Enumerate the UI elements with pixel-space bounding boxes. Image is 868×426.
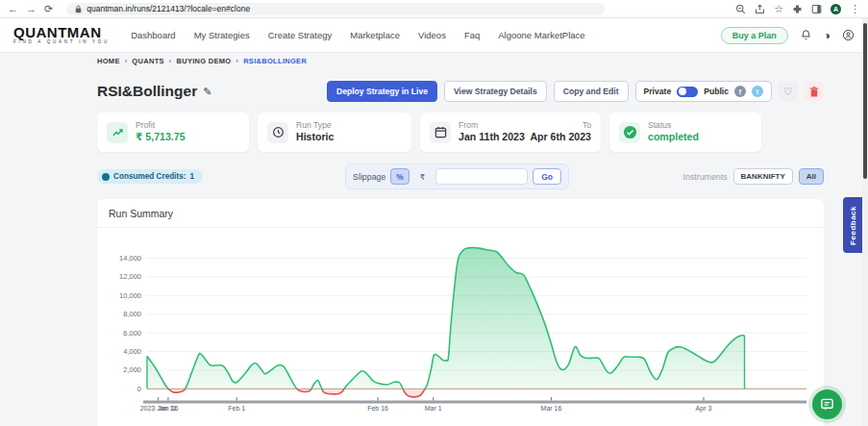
svg-text:12,000: 12,000: [119, 272, 141, 281]
check-circle-icon: [619, 122, 640, 143]
breadcrumb-separator: ›: [125, 58, 128, 64]
profit-card: Profit ₹ 5,713.75: [97, 113, 249, 152]
profit-label: Profit: [136, 120, 186, 131]
trending-up-icon: [107, 122, 128, 143]
scrollbar-track[interactable]: [862, 18, 868, 426]
view-strategy-details-button[interactable]: View Strategy Details: [444, 81, 547, 102]
visibility-group: Private Public f t: [635, 81, 772, 102]
address-bar[interactable]: quantman.in/runs/2121413/?locale=en#clon…: [66, 3, 605, 15]
from-label: From: [459, 120, 525, 131]
slippage-label: Slippage: [353, 172, 385, 182]
url-text: quantman.in/runs/2121413/?locale=en#clon…: [87, 4, 250, 13]
chat-widget-button[interactable]: [812, 389, 842, 419]
nav-item-videos[interactable]: Videos: [418, 30, 446, 40]
status-value: completed: [648, 131, 699, 144]
twitter-share-icon[interactable]: t: [752, 86, 763, 97]
browser-toolbar: ← → ⟳ quantman.in/runs/2121413/?locale=e…: [0, 0, 868, 18]
quantman-logo[interactable]: QUANTMAN FIND A QUANT IN YOU: [13, 25, 110, 45]
period-card: From Jan 11th 2023 To Apr 6th 2023: [420, 113, 601, 152]
facebook-share-icon[interactable]: f: [734, 86, 746, 97]
svg-text:10,000: 10,000: [119, 291, 141, 300]
svg-text:6,000: 6,000: [123, 329, 141, 338]
favorite-heart-button[interactable]: ♡: [779, 82, 798, 101]
svg-text:4,000: 4,000: [123, 347, 141, 356]
to-label: To: [530, 120, 591, 131]
zoom-icon[interactable]: [735, 4, 746, 14]
pnl-chart[interactable]: 02,0004,0006,0008,00010,00012,00014,0002…: [97, 228, 824, 426]
breadcrumb-buying-demo[interactable]: BUYING DEMO: [176, 57, 231, 65]
nav-item-dashboard[interactable]: Dashboard: [131, 30, 175, 40]
consumed-credits-badge: Consumed Credits: 1: [97, 169, 203, 184]
account-icon[interactable]: [842, 29, 855, 41]
history-clock-icon: [267, 122, 288, 143]
toggle-knob: [679, 88, 686, 95]
delete-run-button[interactable]: [805, 82, 824, 101]
credits-label: Consumed Credits:: [113, 172, 186, 181]
profile-avatar[interactable]: A: [831, 4, 841, 14]
svg-text:Feb 1: Feb 1: [228, 405, 245, 412]
run-type-value: Historic: [296, 131, 334, 144]
svg-text:0: 0: [137, 385, 141, 393]
reload-icon[interactable]: ⟳: [44, 4, 53, 14]
share-icon[interactable]: [755, 4, 765, 14]
breadcrumb: HOME › QUANTS › BUYING DEMO › RSI&BOLLIN…: [97, 57, 824, 65]
nav-item-my-strategies[interactable]: My Strategies: [194, 30, 250, 40]
title-actions: Deploy Strategy in Live View Strategy De…: [327, 81, 824, 102]
app-navbar: QUANTMAN FIND A QUANT IN YOU Dashboard M…: [0, 18, 868, 53]
slippage-percent-chip[interactable]: %: [390, 168, 409, 185]
breadcrumb-home[interactable]: HOME: [97, 57, 120, 65]
theme-toggle-icon[interactable]: ◑: [824, 30, 831, 41]
notifications-bell-icon[interactable]: [800, 29, 812, 41]
page-title: RSI&Bollinger: [97, 83, 197, 100]
breadcrumb-quants[interactable]: QUANTS: [132, 57, 163, 65]
nav-item-algoone-marketplace[interactable]: Algoone MarketPlace: [498, 30, 584, 40]
logo-text: QUANTMAN: [13, 25, 110, 39]
instrument-all-tab[interactable]: All: [799, 168, 824, 185]
slippage-go-button[interactable]: Go: [533, 168, 561, 185]
deploy-strategy-button[interactable]: Deploy Strategy in Live: [327, 81, 437, 102]
slippage-input[interactable]: [435, 168, 528, 185]
copy-and-edit-button[interactable]: Copy and Edit: [554, 81, 629, 102]
feedback-label: Feedback: [849, 206, 857, 245]
page-root: ← → ⟳ quantman.in/runs/2121413/?locale=e…: [0, 0, 868, 426]
private-public-toggle[interactable]: [677, 87, 698, 97]
svg-text:Feb 16: Feb 16: [367, 405, 388, 412]
nav-item-create-strategy[interactable]: Create Strategy: [268, 30, 333, 40]
browser-menu-icon[interactable]: ⋮: [850, 4, 860, 14]
nav-item-faq[interactable]: Faq: [464, 30, 480, 40]
svg-text:Mar 1: Mar 1: [425, 405, 442, 412]
nav-item-marketplace[interactable]: Marketplace: [350, 30, 400, 40]
status-card: Status completed: [609, 113, 761, 152]
nav-right: Buy a Plan ◑: [721, 27, 855, 44]
extensions-icon[interactable]: [792, 4, 803, 14]
main-content: HOME › QUANTS › BUYING DEMO › RSI&BOLLIN…: [97, 53, 824, 426]
to-value: Apr 6th 2023: [530, 131, 591, 144]
trash-icon: [809, 87, 819, 97]
breadcrumb-separator: ›: [169, 58, 172, 64]
scrollbar-thumb[interactable]: [863, 23, 867, 179]
slippage-group: Slippage % ₹ Go: [345, 163, 569, 189]
public-label: Public: [704, 87, 729, 96]
buy-a-plan-button[interactable]: Buy a Plan: [721, 27, 788, 44]
bookmark-star-icon[interactable]: ☆: [774, 4, 783, 14]
back-icon[interactable]: ←: [8, 4, 18, 14]
chat-icon: [820, 397, 834, 412]
title-row: RSI&Bollinger ✎ Deploy Strategy in Live …: [97, 81, 824, 102]
feedback-tab[interactable]: Feedback: [843, 197, 862, 253]
edit-title-icon[interactable]: ✎: [203, 86, 211, 98]
profit-value: ₹ 5,713.75: [136, 131, 186, 144]
breadcrumb-current: RSI&BOLLINGER: [243, 57, 307, 65]
from-value: Jan 11th 2023: [459, 131, 525, 144]
run-summary-card: Run Summary 02,0004,0006,0008,00010,0001…: [97, 199, 824, 426]
slippage-rupee-chip[interactable]: ₹: [414, 168, 431, 185]
controls-row: Consumed Credits: 1 Slippage % ₹ Go Inst…: [97, 163, 824, 189]
forward-icon[interactable]: →: [26, 4, 37, 14]
period-values: From Jan 11th 2023 To Apr 6th 2023: [459, 120, 591, 144]
breadcrumb-separator: ›: [236, 58, 239, 64]
run-type-card: Run Type Historic: [258, 113, 411, 152]
instrument-banknifty-tab[interactable]: BANKNIFTY: [733, 168, 793, 185]
svg-text:Jan 16: Jan 16: [158, 405, 178, 412]
sidebar-icon[interactable]: [811, 4, 822, 14]
stats-row: Profit ₹ 5,713.75 Run Type Historic: [97, 113, 824, 152]
nav-links: Dashboard My Strategies Create Strategy …: [131, 30, 584, 40]
